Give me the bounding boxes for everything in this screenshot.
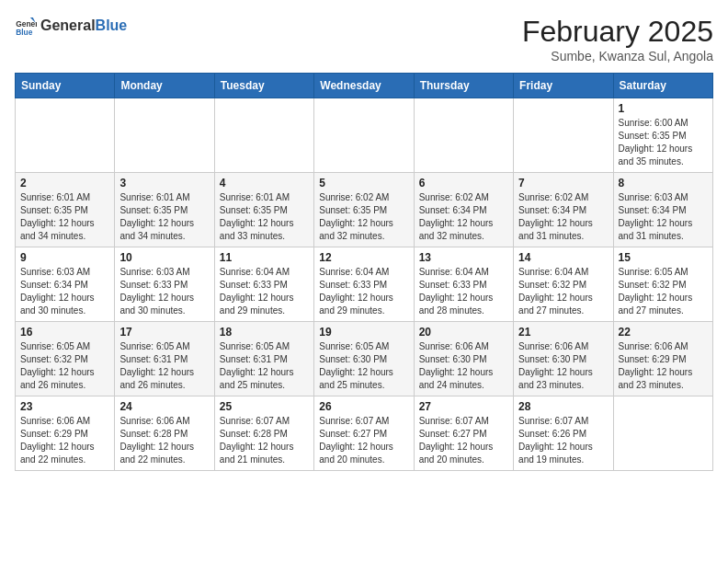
day-info: Sunrise: 6:06 AM Sunset: 6:30 PM Dayligh… <box>518 340 608 392</box>
calendar-cell: 15Sunrise: 6:05 AM Sunset: 6:32 PM Dayli… <box>613 247 712 322</box>
calendar-cell: 6Sunrise: 6:02 AM Sunset: 6:34 PM Daylig… <box>414 173 513 247</box>
day-number: 13 <box>419 251 508 264</box>
day-number: 7 <box>518 177 608 190</box>
calendar-cell <box>314 98 414 173</box>
calendar-cell: 2Sunrise: 6:01 AM Sunset: 6:35 PM Daylig… <box>16 173 115 247</box>
logo-icon: General Blue <box>15 15 37 37</box>
day-info: Sunrise: 6:04 AM Sunset: 6:33 PM Dayligh… <box>220 266 309 317</box>
calendar-cell: 9Sunrise: 6:03 AM Sunset: 6:34 PM Daylig… <box>16 247 115 322</box>
calendar-cell <box>16 98 115 173</box>
calendar-cell: 8Sunrise: 6:03 AM Sunset: 6:34 PM Daylig… <box>613 173 712 247</box>
calendar-cell: 13Sunrise: 6:04 AM Sunset: 6:33 PM Dayli… <box>414 247 513 322</box>
day-number: 16 <box>20 326 109 339</box>
day-number: 3 <box>119 177 209 190</box>
logo-general: General <box>40 17 96 34</box>
calendar-cell: 23Sunrise: 6:06 AM Sunset: 6:29 PM Dayli… <box>16 396 115 471</box>
day-of-week-header: Monday <box>115 74 214 98</box>
day-number: 1 <box>619 102 708 115</box>
day-info: Sunrise: 6:05 AM Sunset: 6:31 PM Dayligh… <box>119 340 209 392</box>
day-of-week-header: Saturday <box>613 74 712 98</box>
calendar-cell: 10Sunrise: 6:03 AM Sunset: 6:33 PM Dayli… <box>115 247 214 322</box>
calendar-week-row: 1Sunrise: 6:00 AM Sunset: 6:35 PM Daylig… <box>16 98 713 173</box>
calendar-cell <box>514 98 613 173</box>
logo-blue: Blue <box>96 17 128 34</box>
day-info: Sunrise: 6:02 AM Sunset: 6:34 PM Dayligh… <box>419 191 508 243</box>
day-info: Sunrise: 6:07 AM Sunset: 6:26 PM Dayligh… <box>518 415 608 466</box>
title-area: February 2025 Sumbe, Kwanza Sul, Angola <box>522 15 713 63</box>
day-number: 15 <box>619 251 708 264</box>
day-number: 6 <box>419 177 508 190</box>
day-info: Sunrise: 6:03 AM Sunset: 6:34 PM Dayligh… <box>619 191 708 243</box>
calendar-cell: 20Sunrise: 6:06 AM Sunset: 6:30 PM Dayli… <box>414 322 513 396</box>
day-number: 11 <box>220 251 309 264</box>
calendar-cell: 25Sunrise: 6:07 AM Sunset: 6:28 PM Dayli… <box>214 396 313 471</box>
day-info: Sunrise: 6:06 AM Sunset: 6:28 PM Dayligh… <box>119 415 209 466</box>
day-info: Sunrise: 6:07 AM Sunset: 6:27 PM Dayligh… <box>319 415 408 466</box>
calendar-cell: 19Sunrise: 6:05 AM Sunset: 6:30 PM Dayli… <box>314 322 414 396</box>
day-number: 25 <box>220 400 309 413</box>
day-info: Sunrise: 6:07 AM Sunset: 6:28 PM Dayligh… <box>220 415 309 466</box>
calendar-header-row: SundayMondayTuesdayWednesdayThursdayFrid… <box>16 74 713 98</box>
day-info: Sunrise: 6:01 AM Sunset: 6:35 PM Dayligh… <box>20 191 109 243</box>
day-info: Sunrise: 6:05 AM Sunset: 6:32 PM Dayligh… <box>20 340 109 392</box>
calendar-cell: 4Sunrise: 6:01 AM Sunset: 6:35 PM Daylig… <box>214 173 313 247</box>
calendar-cell <box>414 98 513 173</box>
day-number: 9 <box>20 251 109 264</box>
calendar-week-row: 2Sunrise: 6:01 AM Sunset: 6:35 PM Daylig… <box>16 173 713 247</box>
calendar-cell: 22Sunrise: 6:06 AM Sunset: 6:29 PM Dayli… <box>613 322 712 396</box>
day-info: Sunrise: 6:01 AM Sunset: 6:35 PM Dayligh… <box>119 191 209 243</box>
day-number: 22 <box>619 326 708 339</box>
day-info: Sunrise: 6:05 AM Sunset: 6:30 PM Dayligh… <box>319 340 408 392</box>
day-number: 27 <box>419 400 508 413</box>
day-number: 20 <box>419 326 508 339</box>
calendar-cell: 1Sunrise: 6:00 AM Sunset: 6:35 PM Daylig… <box>613 98 712 173</box>
calendar-cell: 11Sunrise: 6:04 AM Sunset: 6:33 PM Dayli… <box>214 247 313 322</box>
day-number: 28 <box>518 400 608 413</box>
day-of-week-header: Friday <box>514 74 613 98</box>
day-number: 5 <box>319 177 408 190</box>
calendar-cell: 21Sunrise: 6:06 AM Sunset: 6:30 PM Dayli… <box>514 322 613 396</box>
day-number: 26 <box>319 400 408 413</box>
calendar-cell: 14Sunrise: 6:04 AM Sunset: 6:32 PM Dayli… <box>514 247 613 322</box>
day-of-week-header: Wednesday <box>314 74 414 98</box>
calendar-cell: 26Sunrise: 6:07 AM Sunset: 6:27 PM Dayli… <box>314 396 414 471</box>
day-number: 12 <box>319 251 408 264</box>
day-info: Sunrise: 6:06 AM Sunset: 6:30 PM Dayligh… <box>419 340 508 392</box>
day-info: Sunrise: 6:05 AM Sunset: 6:31 PM Dayligh… <box>220 340 309 392</box>
calendar-cell: 18Sunrise: 6:05 AM Sunset: 6:31 PM Dayli… <box>214 322 313 396</box>
day-number: 14 <box>518 251 608 264</box>
day-number: 18 <box>220 326 309 339</box>
day-info: Sunrise: 6:03 AM Sunset: 6:33 PM Dayligh… <box>119 266 209 317</box>
page-header: General Blue GeneralBlue February 2025 S… <box>15 15 713 63</box>
day-info: Sunrise: 6:07 AM Sunset: 6:27 PM Dayligh… <box>419 415 508 466</box>
day-info: Sunrise: 6:06 AM Sunset: 6:29 PM Dayligh… <box>619 340 708 392</box>
day-number: 17 <box>119 326 209 339</box>
day-info: Sunrise: 6:04 AM Sunset: 6:32 PM Dayligh… <box>518 266 608 317</box>
calendar-cell: 27Sunrise: 6:07 AM Sunset: 6:27 PM Dayli… <box>414 396 513 471</box>
calendar-week-row: 23Sunrise: 6:06 AM Sunset: 6:29 PM Dayli… <box>16 396 713 471</box>
calendar-cell: 12Sunrise: 6:04 AM Sunset: 6:33 PM Dayli… <box>314 247 414 322</box>
day-info: Sunrise: 6:02 AM Sunset: 6:34 PM Dayligh… <box>518 191 608 243</box>
day-info: Sunrise: 6:06 AM Sunset: 6:29 PM Dayligh… <box>20 415 109 466</box>
calendar-cell: 17Sunrise: 6:05 AM Sunset: 6:31 PM Dayli… <box>115 322 214 396</box>
calendar-cell: 28Sunrise: 6:07 AM Sunset: 6:26 PM Dayli… <box>514 396 613 471</box>
day-number: 24 <box>119 400 209 413</box>
calendar-cell <box>115 98 214 173</box>
location-title: Sumbe, Kwanza Sul, Angola <box>522 49 713 63</box>
day-info: Sunrise: 6:02 AM Sunset: 6:35 PM Dayligh… <box>319 191 408 243</box>
calendar-cell: 16Sunrise: 6:05 AM Sunset: 6:32 PM Dayli… <box>16 322 115 396</box>
day-info: Sunrise: 6:04 AM Sunset: 6:33 PM Dayligh… <box>319 266 408 317</box>
day-info: Sunrise: 6:00 AM Sunset: 6:35 PM Dayligh… <box>619 117 708 168</box>
day-info: Sunrise: 6:05 AM Sunset: 6:32 PM Dayligh… <box>619 266 708 317</box>
day-number: 4 <box>220 177 309 190</box>
day-number: 10 <box>119 251 209 264</box>
calendar-cell: 3Sunrise: 6:01 AM Sunset: 6:35 PM Daylig… <box>115 173 214 247</box>
calendar-cell: 24Sunrise: 6:06 AM Sunset: 6:28 PM Dayli… <box>115 396 214 471</box>
calendar-cell <box>613 396 712 471</box>
calendar-week-row: 9Sunrise: 6:03 AM Sunset: 6:34 PM Daylig… <box>16 247 713 322</box>
day-of-week-header: Tuesday <box>214 74 313 98</box>
calendar-week-row: 16Sunrise: 6:05 AM Sunset: 6:32 PM Dayli… <box>16 322 713 396</box>
day-of-week-header: Sunday <box>16 74 115 98</box>
day-number: 21 <box>518 326 608 339</box>
day-number: 23 <box>20 400 109 413</box>
